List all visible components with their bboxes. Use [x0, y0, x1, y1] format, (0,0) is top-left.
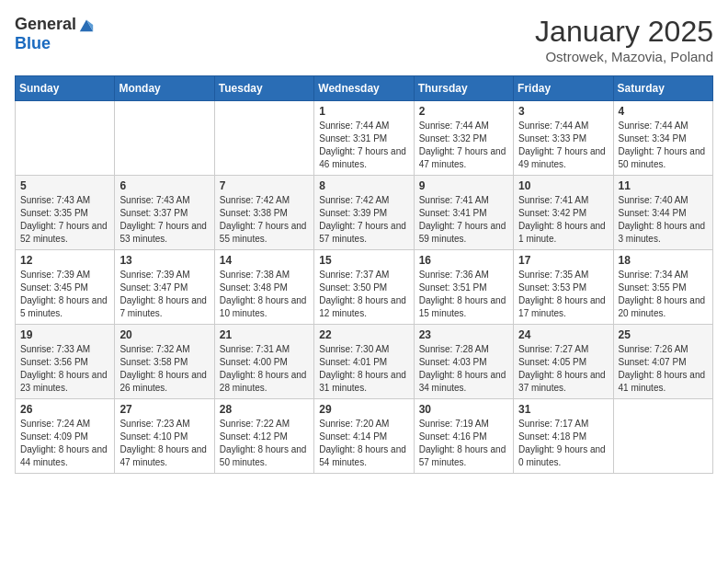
day-number: 19: [20, 328, 109, 341]
weekday-header-thursday: Thursday: [414, 76, 513, 101]
calendar-cell: 24Sunrise: 7:27 AMSunset: 4:05 PMDayligh…: [514, 325, 613, 399]
day-number: 2: [419, 105, 508, 118]
day-number: 21: [220, 328, 309, 341]
day-info: Sunrise: 7:30 AMSunset: 4:01 PMDaylight:…: [319, 343, 408, 395]
calendar-cell: 2Sunrise: 7:44 AMSunset: 3:32 PMDaylight…: [414, 101, 513, 176]
day-number: 5: [20, 179, 109, 192]
day-info: Sunrise: 7:44 AMSunset: 3:33 PMDaylight:…: [518, 120, 608, 171]
page-header: General Blue January 2025 Ostrowek, Mazo…: [15, 15, 713, 64]
calendar-cell: 29Sunrise: 7:20 AMSunset: 4:14 PMDayligh…: [314, 399, 414, 474]
day-number: 8: [319, 179, 408, 192]
day-info: Sunrise: 7:44 AMSunset: 3:34 PMDaylight:…: [619, 120, 708, 171]
day-info: Sunrise: 7:23 AMSunset: 4:10 PMDaylight:…: [119, 418, 209, 469]
calendar-cell: 8Sunrise: 7:42 AMSunset: 3:39 PMDaylight…: [314, 176, 414, 250]
day-number: 7: [220, 179, 309, 192]
calendar-body: 1Sunrise: 7:44 AMSunset: 3:31 PMDaylight…: [16, 101, 713, 474]
day-number: 14: [220, 254, 309, 267]
weekday-header-row: SundayMondayTuesdayWednesdayThursdayFrid…: [16, 76, 713, 101]
week-row-1: 1Sunrise: 7:44 AMSunset: 3:31 PMDaylight…: [16, 101, 713, 176]
weekday-header-tuesday: Tuesday: [214, 76, 313, 101]
day-number: 9: [419, 179, 508, 192]
day-info: Sunrise: 7:24 AMSunset: 4:09 PMDaylight:…: [20, 418, 109, 469]
calendar-cell: 6Sunrise: 7:43 AMSunset: 3:37 PMDaylight…: [115, 176, 214, 250]
day-info: Sunrise: 7:34 AMSunset: 3:55 PMDaylight:…: [619, 269, 708, 320]
day-number: 22: [319, 328, 408, 341]
day-number: 25: [619, 328, 708, 341]
day-number: 4: [619, 105, 708, 118]
day-info: Sunrise: 7:20 AMSunset: 4:14 PMDaylight:…: [319, 418, 408, 469]
day-number: 24: [518, 328, 608, 341]
day-info: Sunrise: 7:38 AMSunset: 3:48 PMDaylight:…: [220, 269, 309, 320]
day-number: 30: [419, 403, 508, 416]
calendar-cell: 1Sunrise: 7:44 AMSunset: 3:31 PMDaylight…: [314, 101, 414, 176]
calendar-cell: 13Sunrise: 7:39 AMSunset: 3:47 PMDayligh…: [115, 250, 214, 325]
calendar-cell: 7Sunrise: 7:42 AMSunset: 3:38 PMDaylight…: [214, 176, 313, 250]
day-number: 17: [518, 254, 608, 267]
day-number: 16: [419, 254, 508, 267]
logo-icon: [78, 17, 95, 33]
calendar-cell: 25Sunrise: 7:26 AMSunset: 4:07 PMDayligh…: [613, 325, 712, 399]
day-info: Sunrise: 7:41 AMSunset: 3:42 PMDaylight:…: [518, 194, 608, 246]
calendar-cell: 18Sunrise: 7:34 AMSunset: 3:55 PMDayligh…: [613, 250, 712, 325]
calendar-cell: 31Sunrise: 7:17 AMSunset: 4:18 PMDayligh…: [514, 399, 613, 474]
week-row-2: 5Sunrise: 7:43 AMSunset: 3:35 PMDaylight…: [16, 176, 713, 250]
location-title: Ostrowek, Mazovia, Poland: [535, 49, 713, 64]
day-number: 1: [319, 105, 408, 118]
week-row-3: 12Sunrise: 7:39 AMSunset: 3:45 PMDayligh…: [16, 250, 713, 325]
day-number: 6: [119, 179, 209, 192]
day-number: 23: [419, 328, 508, 341]
day-info: Sunrise: 7:37 AMSunset: 3:50 PMDaylight:…: [319, 269, 408, 320]
calendar-cell: 10Sunrise: 7:41 AMSunset: 3:42 PMDayligh…: [514, 176, 613, 250]
title-block: January 2025 Ostrowek, Mazovia, Poland: [535, 15, 713, 64]
calendar-cell: 3Sunrise: 7:44 AMSunset: 3:33 PMDaylight…: [514, 101, 613, 176]
calendar-cell: 9Sunrise: 7:41 AMSunset: 3:41 PMDaylight…: [414, 176, 513, 250]
day-number: 13: [119, 254, 209, 267]
calendar-cell: 11Sunrise: 7:40 AMSunset: 3:44 PMDayligh…: [613, 176, 712, 250]
day-info: Sunrise: 7:27 AMSunset: 4:05 PMDaylight:…: [518, 343, 608, 395]
calendar-cell: 4Sunrise: 7:44 AMSunset: 3:34 PMDaylight…: [613, 101, 712, 176]
day-number: 31: [518, 403, 608, 416]
weekday-header-friday: Friday: [514, 76, 613, 101]
day-info: Sunrise: 7:19 AMSunset: 4:16 PMDaylight:…: [419, 418, 508, 469]
month-title: January 2025: [535, 15, 713, 49]
day-info: Sunrise: 7:43 AMSunset: 3:35 PMDaylight:…: [20, 194, 109, 246]
day-info: Sunrise: 7:44 AMSunset: 3:31 PMDaylight:…: [319, 120, 408, 171]
logo-general: General: [15, 15, 76, 34]
day-number: 26: [20, 403, 109, 416]
calendar-cell: 20Sunrise: 7:32 AMSunset: 3:58 PMDayligh…: [115, 325, 214, 399]
calendar-cell: 5Sunrise: 7:43 AMSunset: 3:35 PMDaylight…: [16, 176, 115, 250]
calendar-cell: 21Sunrise: 7:31 AMSunset: 4:00 PMDayligh…: [214, 325, 313, 399]
weekday-header-saturday: Saturday: [613, 76, 712, 101]
calendar-cell: 22Sunrise: 7:30 AMSunset: 4:01 PMDayligh…: [314, 325, 414, 399]
calendar-cell: [214, 101, 313, 176]
day-info: Sunrise: 7:42 AMSunset: 3:38 PMDaylight:…: [220, 194, 309, 246]
day-number: 20: [119, 328, 209, 341]
day-info: Sunrise: 7:26 AMSunset: 4:07 PMDaylight:…: [619, 343, 708, 395]
calendar-cell: 12Sunrise: 7:39 AMSunset: 3:45 PMDayligh…: [16, 250, 115, 325]
calendar-cell: 16Sunrise: 7:36 AMSunset: 3:51 PMDayligh…: [414, 250, 513, 325]
day-info: Sunrise: 7:40 AMSunset: 3:44 PMDaylight:…: [619, 194, 708, 246]
day-number: 15: [319, 254, 408, 267]
day-info: Sunrise: 7:33 AMSunset: 3:56 PMDaylight:…: [20, 343, 109, 395]
day-info: Sunrise: 7:41 AMSunset: 3:41 PMDaylight:…: [419, 194, 508, 246]
logo: General Blue: [15, 15, 95, 53]
calendar-cell: 19Sunrise: 7:33 AMSunset: 3:56 PMDayligh…: [16, 325, 115, 399]
day-info: Sunrise: 7:42 AMSunset: 3:39 PMDaylight:…: [319, 194, 408, 246]
weekday-header-sunday: Sunday: [16, 76, 115, 101]
calendar-cell: [115, 101, 214, 176]
calendar-table: SundayMondayTuesdayWednesdayThursdayFrid…: [15, 75, 713, 474]
calendar-cell: 17Sunrise: 7:35 AMSunset: 3:53 PMDayligh…: [514, 250, 613, 325]
weekday-header-monday: Monday: [115, 76, 214, 101]
calendar-cell: [16, 101, 115, 176]
calendar-cell: 23Sunrise: 7:28 AMSunset: 4:03 PMDayligh…: [414, 325, 513, 399]
day-info: Sunrise: 7:17 AMSunset: 4:18 PMDaylight:…: [518, 418, 608, 469]
day-number: 29: [319, 403, 408, 416]
day-number: 12: [20, 254, 109, 267]
logo-blue: Blue: [15, 34, 51, 53]
day-info: Sunrise: 7:39 AMSunset: 3:47 PMDaylight:…: [119, 269, 209, 320]
day-number: 28: [220, 403, 309, 416]
day-number: 10: [518, 179, 608, 192]
calendar-cell: 27Sunrise: 7:23 AMSunset: 4:10 PMDayligh…: [115, 399, 214, 474]
day-info: Sunrise: 7:32 AMSunset: 3:58 PMDaylight:…: [119, 343, 209, 395]
week-row-4: 19Sunrise: 7:33 AMSunset: 3:56 PMDayligh…: [16, 325, 713, 399]
